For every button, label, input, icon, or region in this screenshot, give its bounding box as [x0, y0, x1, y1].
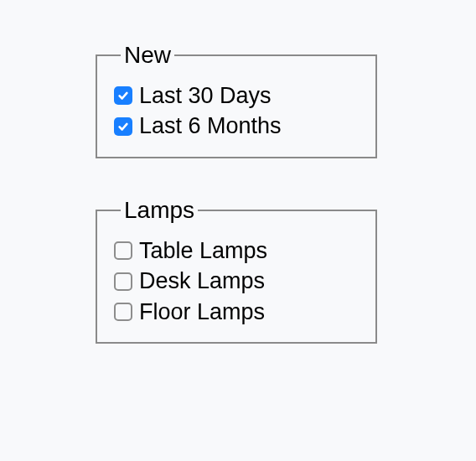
checkmark-icon: [117, 121, 129, 132]
option-label: Last 30 Days: [139, 80, 272, 111]
option-row: Floor Lamps: [114, 297, 359, 327]
option-label: Last 6 Months: [139, 111, 282, 141]
group-lamps: Lamps Table Lamps Desk Lamps Floor Lamps: [96, 197, 377, 344]
checkbox-desk-lamps[interactable]: [114, 272, 132, 291]
checkbox-last-6-months[interactable]: [114, 117, 132, 136]
option-row: Last 6 Months: [114, 111, 359, 141]
checkbox-last-30-days[interactable]: [114, 86, 132, 105]
option-label: Desk Lamps: [139, 266, 265, 296]
group-new: New Last 30 Days Last 6 Months: [96, 42, 377, 158]
group-legend: Lamps: [121, 197, 198, 224]
option-row: Desk Lamps: [114, 266, 359, 296]
option-row: Last 30 Days: [114, 80, 359, 111]
option-label: Floor Lamps: [139, 297, 265, 327]
option-label: Table Lamps: [139, 236, 267, 266]
checkbox-floor-lamps[interactable]: [114, 303, 132, 321]
group-legend: New: [121, 42, 174, 69]
checkmark-icon: [117, 90, 129, 101]
option-row: Table Lamps: [114, 236, 359, 266]
checkbox-table-lamps[interactable]: [114, 241, 132, 260]
